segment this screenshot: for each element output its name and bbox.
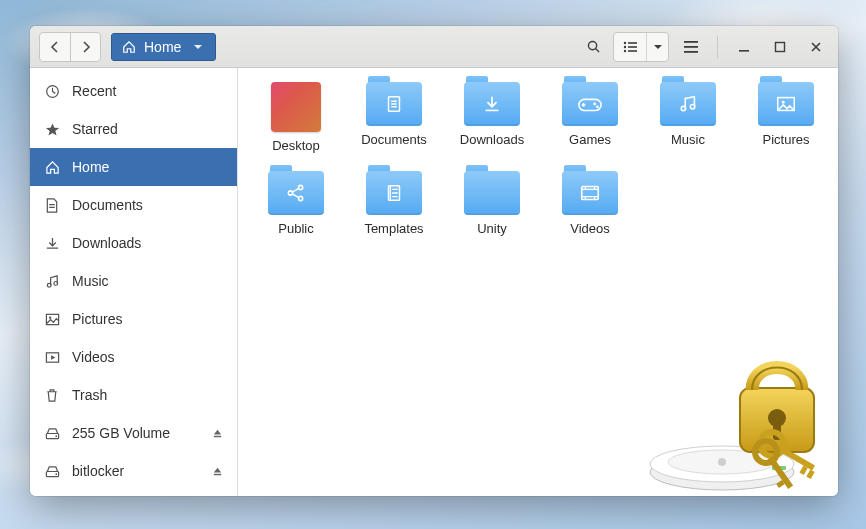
file-item-label: Music (671, 132, 705, 147)
svg-rect-21 (214, 435, 221, 436)
svg-point-20 (55, 435, 57, 437)
svg-rect-9 (684, 46, 698, 48)
sidebar-item-trash[interactable]: Trash (30, 376, 237, 414)
svg-rect-43 (740, 388, 814, 452)
forward-button[interactable] (70, 33, 100, 61)
download-icon (44, 236, 60, 251)
pictures-icon (44, 312, 60, 327)
drive-icon (44, 426, 60, 441)
svg-point-35 (298, 196, 302, 200)
eject-icon[interactable] (212, 428, 223, 439)
view-options-button[interactable] (646, 33, 668, 61)
headerbar: Home (30, 26, 838, 68)
sidebar-item-bitlocker[interactable]: bitlocker (30, 452, 237, 490)
sidebar-item-label: Pictures (72, 311, 123, 327)
svg-rect-37 (582, 187, 599, 200)
folder-icon (758, 82, 814, 126)
sidebar-item-label: Downloads (72, 235, 141, 251)
folder-icon (464, 82, 520, 126)
maximize-button[interactable] (764, 33, 796, 61)
path-dropdown-icon (193, 43, 203, 51)
places-sidebar: RecentStarredHomeDocumentsDownloadsMusic… (30, 68, 238, 496)
drive-icon (44, 464, 60, 479)
minimize-button[interactable] (728, 33, 760, 61)
sidebar-item-label: Music (72, 273, 109, 289)
svg-point-39 (650, 446, 794, 482)
sidebar-item-255-gb-volume[interactable]: 255 GB Volume (30, 414, 237, 452)
file-item-downloads[interactable]: Downloads (444, 82, 540, 153)
svg-point-17 (48, 316, 50, 318)
svg-point-38 (650, 454, 794, 490)
svg-rect-49 (806, 470, 814, 479)
nav-buttons (39, 32, 101, 62)
file-item-label: Downloads (460, 132, 524, 147)
list-view-button[interactable] (614, 33, 646, 61)
svg-rect-3 (628, 42, 637, 44)
trash-icon (44, 388, 60, 403)
sidebar-item-pictures[interactable]: Pictures (30, 300, 237, 338)
svg-rect-8 (684, 41, 698, 43)
svg-point-40 (668, 450, 776, 474)
sidebar-item-home[interactable]: Home (30, 148, 237, 186)
music-icon (44, 274, 60, 289)
file-manager-window: Home (30, 26, 838, 496)
svg-rect-47 (777, 445, 815, 470)
hamburger-menu-button[interactable] (675, 33, 707, 61)
folder-icon (562, 82, 618, 126)
file-item-music[interactable]: Music (640, 82, 736, 153)
file-item-label: Games (569, 132, 611, 147)
folder-icon (660, 82, 716, 126)
file-item-label: Documents (361, 132, 427, 147)
folder-icon (464, 171, 520, 215)
sidebar-item-label: Home (72, 159, 109, 175)
file-item-label: Public (278, 221, 313, 236)
path-segment-home[interactable]: Home (111, 33, 216, 61)
folder-view[interactable]: DesktopDocumentsDownloadsGamesMusicPictu… (238, 68, 838, 496)
document-icon (44, 198, 60, 213)
path-bar[interactable]: Home (111, 33, 216, 61)
svg-point-27 (593, 103, 596, 106)
sidebar-item-music[interactable]: Music (30, 262, 237, 300)
svg-rect-24 (214, 473, 221, 474)
file-item-pictures[interactable]: Pictures (738, 82, 834, 153)
sidebar-item-documents[interactable]: Documents (30, 186, 237, 224)
svg-rect-11 (739, 50, 749, 52)
svg-point-46 (756, 428, 789, 461)
sidebar-item-starred[interactable]: Starred (30, 110, 237, 148)
svg-point-6 (624, 49, 626, 51)
close-button[interactable] (800, 33, 832, 61)
svg-point-41 (718, 458, 726, 466)
folder-icon (268, 171, 324, 215)
home-icon (122, 40, 136, 54)
file-item-templates[interactable]: Templates (346, 171, 442, 236)
sidebar-item-videos[interactable]: Videos (30, 338, 237, 376)
separator (717, 36, 718, 58)
eject-icon[interactable] (212, 466, 223, 477)
folder-icon (366, 171, 422, 215)
file-item-unity[interactable]: Unity (444, 171, 540, 236)
file-item-public[interactable]: Public (248, 171, 344, 236)
file-item-desktop[interactable]: Desktop (248, 82, 344, 153)
file-item-games[interactable]: Games (542, 82, 638, 153)
home-icon (44, 160, 60, 175)
svg-point-30 (690, 105, 694, 109)
svg-rect-10 (684, 51, 698, 53)
file-item-videos[interactable]: Videos (542, 171, 638, 236)
sidebar-item-recent[interactable]: Recent (30, 72, 237, 110)
sidebar-item-downloads[interactable]: Downloads (30, 224, 237, 262)
view-switcher (613, 32, 669, 62)
svg-rect-48 (799, 466, 807, 475)
file-item-label: Pictures (763, 132, 810, 147)
folder-icon (366, 82, 422, 126)
videos-icon (44, 350, 60, 365)
svg-rect-45 (773, 420, 781, 440)
sidebar-item-label: 255 GB Volume (72, 425, 170, 441)
svg-point-2 (624, 41, 626, 43)
search-button[interactable] (577, 33, 609, 61)
file-item-documents[interactable]: Documents (346, 82, 442, 153)
svg-point-14 (47, 283, 51, 287)
svg-point-44 (768, 409, 786, 427)
star-icon (44, 122, 60, 137)
back-button[interactable] (40, 33, 70, 61)
svg-point-4 (624, 45, 626, 47)
